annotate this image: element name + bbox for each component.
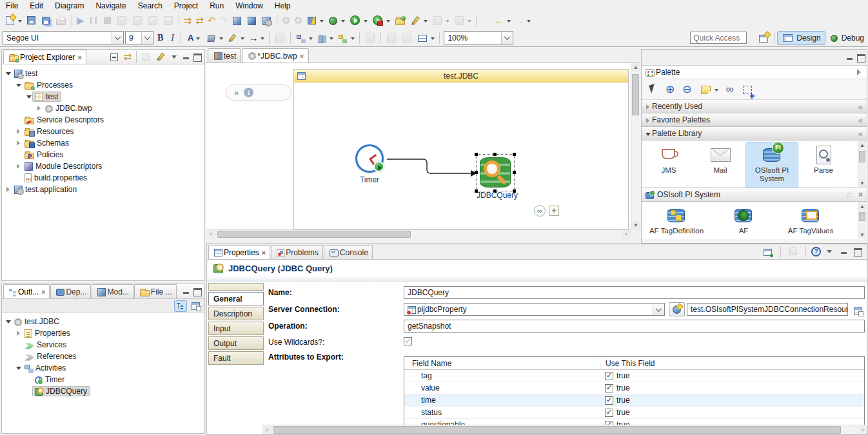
- tree-item-test-project[interactable]: test: [2, 68, 204, 79]
- chevron-down-icon[interactable]: [653, 304, 664, 315]
- tree-item-processes[interactable]: Processes: [2, 79, 204, 91]
- font-color-button[interactable]: A: [184, 31, 204, 45]
- side-tab-input[interactable]: Input: [208, 322, 264, 335]
- maximize-icon[interactable]: [855, 52, 867, 63]
- forward-history-button[interactable]: →: [513, 13, 533, 28]
- menu-help[interactable]: Help: [269, 0, 297, 12]
- expand-arrow-icon[interactable]: [15, 150, 23, 160]
- build-module-button[interactable]: [230, 13, 244, 28]
- expand-arrow-icon[interactable]: [15, 351, 23, 362]
- merge-button[interactable]: [384, 30, 399, 46]
- tree-item-content[interactable]: Activities: [23, 363, 68, 372]
- menu-search[interactable]: Search: [132, 0, 168, 12]
- outline-item-properties[interactable]: Properties: [2, 327, 204, 339]
- tree-item-policies[interactable]: Policies: [2, 149, 204, 160]
- bold-button[interactable]: B: [153, 31, 167, 45]
- tab-problems[interactable]: Problems: [271, 245, 323, 259]
- palette-section-palette-library[interactable]: Palette Library«: [642, 127, 867, 140]
- search-button[interactable]: [408, 13, 429, 28]
- tree-item-module-descriptors[interactable]: Module Descriptors: [2, 160, 204, 172]
- view-menu-icon[interactable]: [824, 246, 835, 256]
- install-module-button[interactable]: [244, 13, 259, 28]
- external-tools-button[interactable]: [280, 13, 292, 28]
- scroll-left-icon[interactable]: ‹: [206, 230, 215, 238]
- expand-arrow-icon[interactable]: [5, 184, 12, 195]
- pin-icon[interactable]: «: [858, 102, 863, 111]
- line-color-button[interactable]: [225, 30, 246, 46]
- side-tab-description[interactable]: Description: [208, 307, 264, 320]
- expand-arrow-icon[interactable]: [15, 126, 23, 137]
- chevron-down-icon[interactable]: [112, 32, 123, 44]
- save-all-button[interactable]: [39, 13, 53, 28]
- note-tool[interactable]: [698, 82, 720, 97]
- outline-item-jdbcquery[interactable]: JDBCQuery: [2, 385, 204, 397]
- tree-item-content[interactable]: JDBCQuery: [33, 387, 90, 396]
- add-activity-icon[interactable]: +: [549, 206, 559, 216]
- tab-jdbc-bwp[interactable]: *JDBC.bwp×: [242, 48, 309, 63]
- chevrons-icon[interactable]: »: [234, 88, 237, 97]
- outline-item-timer[interactable]: Timer: [2, 374, 204, 385]
- attr-row-time[interactable]: time✓true: [404, 394, 864, 407]
- menu-file[interactable]: File: [0, 0, 24, 12]
- expand-arrow-icon[interactable]: [15, 173, 23, 183]
- select-tool[interactable]: [646, 82, 660, 97]
- tab-deployment[interactable]: Dep...: [50, 284, 91, 298]
- expand-arrow-icon[interactable]: [15, 115, 23, 125]
- debug-perspective-button[interactable]: Debug: [825, 31, 868, 45]
- attr-row-value[interactable]: value✓true: [404, 382, 864, 394]
- tree-item-content[interactable]: Resources: [23, 127, 76, 136]
- scroll-left-icon[interactable]: ‹: [262, 426, 271, 434]
- scroll-up-icon[interactable]: ▲: [631, 63, 640, 72]
- debug-launch-button[interactable]: [326, 13, 347, 28]
- back-history-button[interactable]: ←: [493, 13, 513, 28]
- new-connection-button[interactable]: [669, 302, 685, 316]
- redo-button[interactable]: ↷: [217, 13, 230, 28]
- use-field-checkbox[interactable]: ✓: [605, 396, 613, 405]
- menu-run[interactable]: Run: [204, 0, 230, 12]
- pin-view-button[interactable]: [760, 244, 775, 259]
- step-return-button[interactable]: [161, 13, 176, 28]
- filters-button[interactable]: [153, 49, 168, 64]
- pi-system-section-header[interactable]: OSIsoft PI System☆×: [642, 188, 867, 202]
- tree-item-content[interactable]: test.application: [12, 185, 79, 194]
- zoom-in-tool[interactable]: ⊕: [664, 82, 676, 97]
- palette-section-favorite-palettes[interactable]: Favorite Palettes«: [642, 113, 867, 127]
- fill-color-button[interactable]: [204, 30, 225, 46]
- menu-navigate[interactable]: Navigate: [90, 0, 132, 12]
- use-field-checkbox[interactable]: ✓: [605, 384, 613, 392]
- menu-edit[interactable]: Edit: [24, 0, 49, 12]
- tree-item-schemas[interactable]: Schemas: [2, 137, 204, 149]
- tree-item-content[interactable]: Services: [23, 340, 69, 349]
- tab-file-explorer[interactable]: File ...: [134, 284, 177, 298]
- tree-item-jdbc-bwp[interactable]: JDBC.bwp: [2, 102, 204, 114]
- menu-project[interactable]: Project: [168, 0, 204, 12]
- distribute-button[interactable]: [335, 30, 357, 46]
- quick-access-input[interactable]: [690, 32, 747, 44]
- tree-item-content[interactable]: Timer: [33, 375, 67, 384]
- expand-arrow-icon[interactable]: [25, 92, 33, 102]
- expand-arrow-icon[interactable]: [15, 161, 23, 171]
- tree-item-content[interactable]: Properties: [23, 329, 73, 338]
- select-related-button[interactable]: [293, 30, 315, 46]
- font-size-select[interactable]: 9: [125, 31, 153, 44]
- expand-arrow-icon[interactable]: [5, 316, 12, 327]
- scroll-down-icon[interactable]: ▼: [858, 231, 866, 238]
- canvas-vertical-scrollbar[interactable]: ▲ ▼: [631, 63, 640, 229]
- tree-item-content[interactable]: test: [12, 69, 40, 78]
- resume-button[interactable]: ▶: [75, 13, 86, 28]
- info-icon[interactable]: i: [244, 88, 253, 97]
- outline-item-services[interactable]: Services: [2, 339, 204, 351]
- tab-console[interactable]: Console: [324, 245, 373, 259]
- menu-window[interactable]: Window: [230, 0, 269, 12]
- layout-button[interactable]: [415, 30, 437, 46]
- chevron-down-icon[interactable]: [141, 32, 153, 44]
- tree-item-resources[interactable]: Resources: [2, 126, 204, 137]
- expand-arrow-icon[interactable]: [644, 102, 652, 111]
- selection-handle[interactable]: [513, 153, 516, 156]
- link-tool[interactable]: ∞: [724, 82, 736, 97]
- expand-arrow-icon[interactable]: [644, 115, 652, 124]
- help-icon[interactable]: ?: [811, 247, 821, 256]
- attr-row-status[interactable]: status✓true: [404, 407, 864, 419]
- link-with-editor-button[interactable]: ⇄: [121, 49, 133, 64]
- synchronize-button[interactable]: ⇄: [193, 13, 206, 28]
